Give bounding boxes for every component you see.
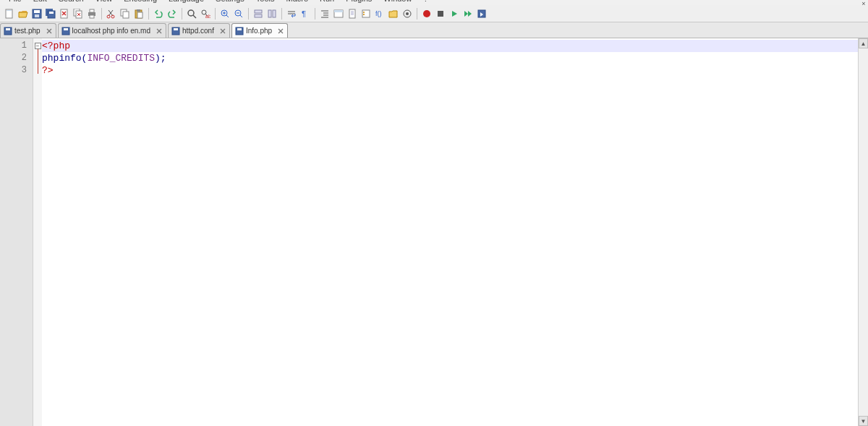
doc-map-icon[interactable] [346, 7, 359, 20]
editor: 1 2 3 − <?php phpinfo(INFO_CREDITS); ?> [0, 38, 868, 426]
menu-plugins[interactable]: Plugins [340, 0, 378, 1]
find-icon[interactable] [185, 7, 198, 20]
menu-edit[interactable]: Edit [27, 0, 53, 1]
tab-close-icon[interactable] [277, 27, 284, 35]
close-icon[interactable] [58, 7, 71, 20]
cut-icon[interactable] [105, 7, 118, 20]
svg-line-28 [193, 15, 196, 18]
svg-rect-51 [334, 10, 343, 12]
tab-close-icon[interactable] [156, 27, 163, 35]
sync-v-icon[interactable] [252, 7, 265, 20]
open-file-icon[interactable] [17, 7, 30, 20]
zoom-out-icon[interactable] [232, 7, 245, 20]
toolbar-separator [248, 8, 249, 20]
tab-label: test.php [14, 27, 41, 35]
code-line: ?> [42, 64, 868, 77]
wordwrap-icon[interactable] [285, 7, 298, 20]
paren-token: ) [155, 53, 161, 64]
toolbar-separator [148, 8, 149, 20]
close-all-icon[interactable] [72, 7, 85, 20]
print-icon[interactable] [85, 7, 98, 20]
zoom-in-icon[interactable] [218, 7, 231, 20]
func-list-icon[interactable]: f() [373, 7, 386, 20]
scroll-up-icon[interactable]: ▲ [859, 38, 868, 48]
file-icon [235, 27, 244, 35]
tab-httpd-conf[interactable]: httpd.conf [168, 23, 230, 38]
svg-point-58 [363, 14, 365, 15]
undo-icon[interactable] [152, 7, 165, 20]
paste-icon[interactable] [132, 7, 145, 20]
menu-settings[interactable]: Settings [210, 0, 250, 1]
tab-localhost-php-info-en-md[interactable]: localhost php info en.md [58, 23, 166, 38]
fold-column: − [33, 38, 42, 426]
folder-icon[interactable] [387, 7, 400, 20]
stop-icon[interactable] [434, 7, 447, 20]
replace-icon[interactable]: ab [199, 7, 212, 20]
menu-help[interactable]: ? [417, 0, 433, 1]
tab-close-icon[interactable] [46, 27, 53, 35]
menu-window[interactable]: Window [378, 0, 417, 1]
semicolon-token: ; [161, 53, 166, 64]
udl-icon[interactable] [332, 7, 345, 20]
menu-macro[interactable]: Macro [280, 0, 314, 1]
indent-guide-icon[interactable] [318, 7, 331, 20]
save-all-icon[interactable] [44, 7, 57, 20]
toolbar-separator [281, 8, 282, 20]
menu-encoding[interactable]: Encoding [118, 0, 163, 1]
svg-text:ab: ab [205, 14, 210, 19]
menu-search[interactable]: Search [53, 0, 90, 1]
svg-line-37 [240, 15, 242, 17]
svg-rect-39 [255, 10, 262, 13]
file-icon [171, 27, 180, 35]
php-open-tag: <?php [42, 41, 70, 51]
svg-line-33 [226, 15, 229, 17]
svg-rect-16 [90, 9, 94, 12]
save-macro-icon[interactable] [475, 7, 488, 20]
code-area[interactable]: <?php phpinfo(INFO_CREDITS); ?> [42, 38, 868, 426]
svg-rect-3 [34, 10, 40, 13]
function-token: phpinfo [42, 53, 82, 64]
sync-h-icon[interactable] [265, 7, 278, 20]
svg-rect-7 [49, 12, 54, 14]
svg-point-62 [423, 10, 430, 17]
line-number: 3 [0, 64, 33, 77]
constant-token: INFO_CREDITS [87, 53, 155, 64]
php-close-tag: ?> [42, 65, 54, 76]
scroll-down-icon[interactable]: ▼ [859, 416, 868, 426]
window-close-button[interactable]: × [860, 0, 867, 5]
menu-run[interactable]: Run [314, 0, 340, 1]
all-chars-icon[interactable]: ¶ [299, 7, 312, 20]
save-icon[interactable] [30, 7, 43, 20]
svg-rect-74 [174, 28, 178, 30]
svg-text:f(): f() [375, 10, 382, 17]
vertical-scrollbar[interactable]: ▲ ▼ [858, 38, 868, 426]
play-icon[interactable] [448, 7, 461, 20]
toolbar: ab¶f() [0, 5, 868, 22]
fold-toggle-icon[interactable]: − [35, 43, 41, 49]
line-number: 2 [0, 52, 33, 64]
copy-icon[interactable] [119, 7, 132, 20]
menu-file[interactable]: File [3, 0, 27, 1]
svg-rect-66 [6, 28, 10, 30]
svg-point-61 [406, 12, 409, 15]
svg-point-27 [188, 10, 194, 16]
new-file-icon[interactable] [3, 7, 16, 20]
svg-rect-25 [137, 9, 140, 12]
tab-close-icon[interactable] [219, 27, 226, 35]
svg-rect-56 [362, 10, 370, 17]
record-icon[interactable] [420, 7, 433, 20]
tab-info-php[interactable]: Info.php [231, 23, 288, 38]
menu-language[interactable]: Language [163, 0, 210, 1]
play-multi-icon[interactable] [461, 7, 475, 20]
svg-rect-23 [123, 12, 129, 18]
toolbar-separator [182, 8, 182, 20]
tab-test-php[interactable]: test.php [0, 23, 56, 38]
doc-list-icon[interactable] [359, 7, 373, 20]
redo-icon[interactable] [166, 7, 179, 20]
menu-tools[interactable]: Tools [250, 0, 281, 1]
toolbar-separator [215, 8, 216, 20]
menu-view[interactable]: View [90, 0, 119, 1]
monitor-icon[interactable] [401, 7, 414, 20]
tab-bar: test.phplocalhost php info en.mdhttpd.co… [0, 22, 868, 38]
svg-rect-1 [7, 10, 12, 11]
